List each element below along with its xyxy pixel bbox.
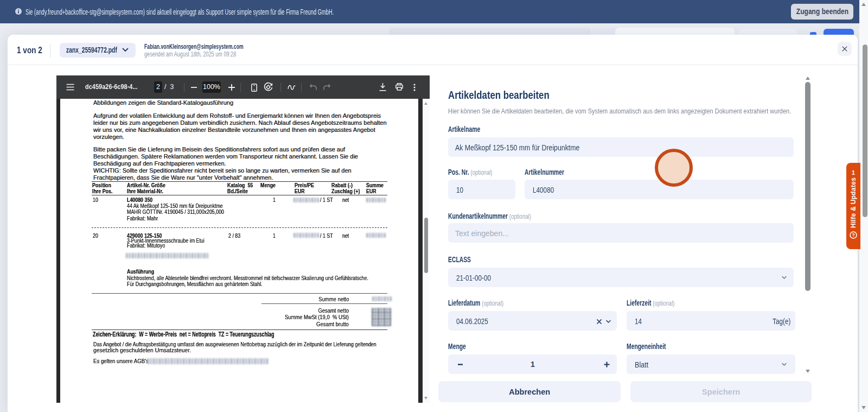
svg-text:?: ? [852,232,854,238]
